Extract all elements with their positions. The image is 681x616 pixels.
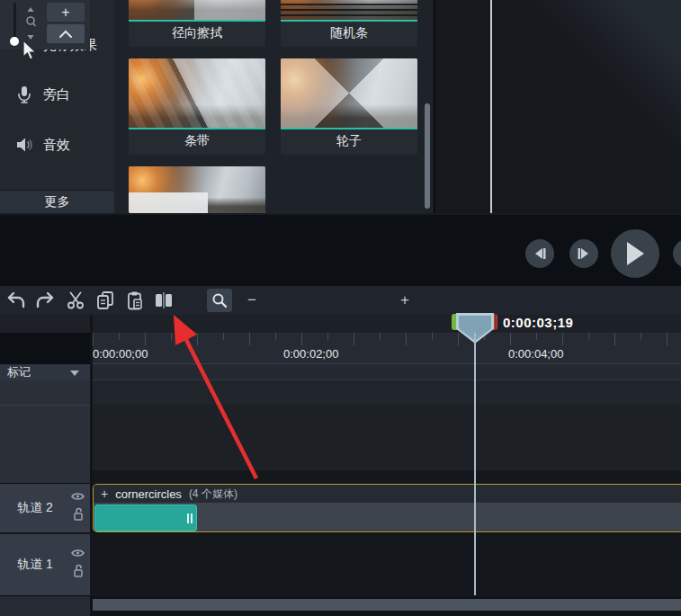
microphone-icon <box>14 85 34 104</box>
track-zoom-widget-icon[interactable] <box>24 5 37 41</box>
track-name: 轨道 2 <box>0 484 70 532</box>
sidebar-item-label: 音效 <box>43 137 70 154</box>
timeline-empty-lane-a <box>90 380 681 405</box>
playhead-line <box>474 333 476 595</box>
transition-card-random-bars[interactable]: 随机条 <box>281 0 417 47</box>
marker-label: 标记 <box>7 364 31 380</box>
group-media-count: (4 个媒体) <box>189 487 237 502</box>
stage-gap <box>0 213 681 286</box>
transition-card-partial[interactable] <box>129 166 265 213</box>
track-1-lane <box>90 533 681 596</box>
transition-thumbnail <box>129 58 265 129</box>
transition-card-wheel[interactable]: 轮子 <box>281 58 417 155</box>
transition-label: 轮子 <box>281 129 417 153</box>
track-header-1[interactable]: 轨道 1 <box>0 534 90 595</box>
transition-card-bands[interactable]: 条带 <box>129 58 265 155</box>
track-name: 轨道 1 <box>0 534 70 595</box>
chevron-down-icon <box>70 370 79 376</box>
previous-frame-icon <box>533 247 547 260</box>
play-button[interactable] <box>611 229 659 278</box>
media-group-cornercircles[interactable]: + cornercircles (4 个媒体) <box>93 484 681 532</box>
clip-grip-bar <box>187 513 189 523</box>
ruler-time-label: 0:00:00;00 <box>93 347 148 361</box>
zoom-in-button[interactable]: + <box>396 289 414 312</box>
undo-icon <box>6 291 26 309</box>
timeline-zoom-button[interactable] <box>207 289 232 312</box>
marker-dropdown[interactable]: 标记 <box>0 364 90 380</box>
transition-thumbnail <box>129 0 265 22</box>
bottom-left-corner <box>0 596 90 616</box>
clip-grip-bar <box>191 513 193 523</box>
magnifier-icon <box>211 292 228 308</box>
ruler-time-label: 0:00:04;00 <box>508 347 563 361</box>
copy-button[interactable] <box>93 289 118 312</box>
redo-button[interactable] <box>32 289 58 312</box>
timeline-header-band <box>0 315 681 333</box>
timeline-toolbar: − + <box>0 286 681 315</box>
split-icon <box>153 290 175 310</box>
step-forward-button[interactable] <box>569 239 598 268</box>
canvas-edge-line <box>490 0 492 213</box>
transition-label: 径向擦拭 <box>129 22 265 45</box>
speaker-icon <box>14 135 34 155</box>
track-header-spacer <box>0 380 90 483</box>
transition-label: 条带 <box>129 129 265 153</box>
group-name: cornercircles <box>115 487 182 501</box>
sidebar-item-audio-effects[interactable]: 音效 <box>0 129 114 160</box>
copy-icon <box>95 290 115 310</box>
timeline-hscroll-thumb[interactable] <box>93 599 681 611</box>
lock-icon[interactable] <box>73 506 84 521</box>
previous-frame-button[interactable] <box>525 239 554 268</box>
track-height-slider-thumb[interactable] <box>10 37 19 46</box>
eye-icon[interactable] <box>71 549 85 558</box>
chevron-up-icon <box>59 30 72 38</box>
transition-thumbnail <box>129 166 265 213</box>
lock-icon[interactable] <box>73 563 84 577</box>
group-header[interactable]: + cornercircles (4 个媒体) <box>94 485 681 503</box>
transition-thumbnail <box>281 0 417 22</box>
camtasia-window: 光标效果 旁白 音效 更多 <box>0 0 681 616</box>
cut-button[interactable] <box>63 289 88 312</box>
transition-thumbnail <box>281 58 417 129</box>
timeline-empty-lane-b <box>90 405 681 470</box>
transitions-panel: 径向擦拭 随机条 条带 轮子 <box>114 0 434 213</box>
panel-scrollbar[interactable] <box>425 103 430 209</box>
collapse-tracks-button[interactable] <box>47 24 85 43</box>
more-label: 更多 <box>45 194 70 210</box>
divider <box>0 405 90 406</box>
sidebar-item-label: 旁白 <box>43 86 70 103</box>
zoom-out-button[interactable]: − <box>243 289 261 312</box>
track-header-2[interactable]: 轨道 2 <box>0 484 90 532</box>
step-forward-icon <box>577 247 591 260</box>
current-time-display: 0:00:03;19 <box>503 315 573 330</box>
undo-button[interactable] <box>4 289 29 312</box>
paste-button[interactable] <box>122 289 148 312</box>
split-button[interactable] <box>151 289 176 312</box>
transition-card-radial-wipe[interactable]: 径向擦拭 <box>129 0 265 47</box>
ruler-minor-ticks <box>93 333 681 340</box>
clip-cornercircles[interactable] <box>94 504 197 531</box>
play-icon <box>624 241 646 266</box>
group-expand-button[interactable]: + <box>101 487 108 501</box>
sidebar-item-voice-narration[interactable]: 旁白 <box>0 79 114 110</box>
redo-icon <box>35 291 55 309</box>
timeline-hscroll-track <box>90 596 681 616</box>
scissors-icon <box>66 290 85 310</box>
canvas-preview <box>434 0 681 213</box>
timeline-left-controls: + <box>0 0 90 49</box>
add-track-button[interactable]: + <box>47 3 85 22</box>
partial-playback-button[interactable] <box>673 239 681 268</box>
timeline-empty-lane-c <box>90 470 681 484</box>
paste-icon <box>125 290 145 310</box>
sidebar-more-button[interactable]: 更多 <box>0 190 114 213</box>
timeline-ruler[interactable]: 0:00:00;00 0:00:02;00 0:00:04;00 <box>90 333 681 364</box>
transition-label: 随机条 <box>281 22 417 45</box>
ruler-time-label: 0:00:02;00 <box>283 347 338 361</box>
marker-lane <box>90 364 681 380</box>
eye-icon[interactable] <box>71 492 85 501</box>
